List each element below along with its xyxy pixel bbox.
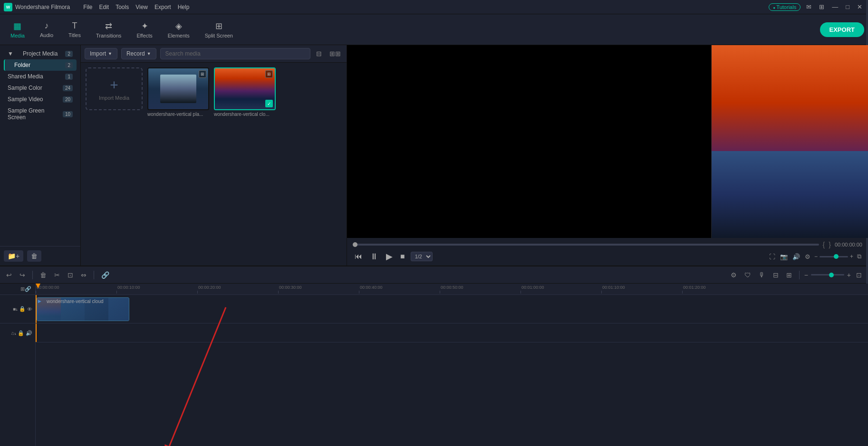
record-button[interactable]: Record ▼ <box>121 48 156 59</box>
record-label: Record <box>126 50 145 57</box>
media-panel: Import ▼ Record ▼ ⊟ ⊞⊞ + Import Media <box>81 45 347 266</box>
eye-video-button[interactable]: 👁 <box>27 306 32 312</box>
fullscreen-button[interactable]: ⛶ <box>768 252 776 261</box>
preview-right-buttons: ⛶ 📷 🔊 ⚙ − + ⧉ <box>768 252 862 261</box>
menu-help[interactable]: Help <box>178 4 190 10</box>
selected-check-icon: ✓ <box>265 100 273 107</box>
maximize-button[interactable]: □ <box>844 3 851 10</box>
toolbar-effects[interactable]: ✦ Effects <box>130 18 159 41</box>
toolbar-titles[interactable]: T Titles <box>62 18 87 41</box>
ruler-line-2 <box>197 291 198 294</box>
video-clip-1[interactable]: ▶ wondershare-vertical cloud <box>37 297 129 321</box>
playhead-line <box>36 295 37 323</box>
settings-icon[interactable]: ⊞ <box>817 3 826 10</box>
fit-timeline-button[interactable]: ⊡ <box>854 270 864 280</box>
menu-view[interactable]: View <box>135 4 148 10</box>
redo-button[interactable]: ↪ <box>17 270 28 280</box>
main-toolbar: ▦ Media ♪ Audio T Titles ⇄ Transitions ✦… <box>0 14 868 45</box>
elements-icon: ◈ <box>175 21 182 31</box>
pause-button[interactable]: ⏸ <box>368 251 380 263</box>
edit-split-button[interactable]: ⊞ <box>784 270 794 280</box>
silence-detect-button[interactable]: ⊟ <box>771 270 781 280</box>
ruler-label-6: 00:01:00:00 <box>521 285 544 290</box>
ripple-edit-button[interactable]: ⇔ <box>78 270 89 280</box>
timeline-toolbar-right: ⚙ 🛡 🎙 ⊟ ⊞ − + ⊡ <box>728 270 864 280</box>
stop-button[interactable]: ■ <box>398 251 407 262</box>
timeline-zoom-minus[interactable]: − <box>804 271 808 279</box>
menu-file[interactable]: File <box>83 4 92 10</box>
export-button[interactable]: EXPORT <box>820 22 864 37</box>
play-button[interactable]: ▶ <box>384 250 395 263</box>
delete-folder-button[interactable]: 🗑 <box>27 250 41 262</box>
prev-frame-button[interactable]: ⏮ <box>353 251 364 262</box>
ruler-mark-5: 00:00:50:00 <box>440 285 521 294</box>
add-track-button[interactable]: 🔗 <box>99 270 112 280</box>
toolbar-media[interactable]: ▦ Media <box>4 18 31 41</box>
pip-button[interactable]: ⧉ <box>856 252 862 261</box>
toolbar-audio[interactable]: ♪ Audio <box>33 18 60 41</box>
timeline-zoom-track[interactable] <box>811 274 844 275</box>
sidebar-item-sample-green-screen[interactable]: Sample Green Screen 10 <box>4 105 77 123</box>
minimize-button[interactable]: — <box>830 3 840 10</box>
page-select[interactable]: 1/2 <box>411 252 433 261</box>
audio-preview-button[interactable]: 🔊 <box>791 252 801 261</box>
record-voice-button[interactable]: 🎙 <box>756 270 768 280</box>
menu-edit[interactable]: Edit <box>99 4 109 10</box>
zoom-track[interactable] <box>820 256 848 257</box>
link-button[interactable]: 🔗 <box>25 286 31 292</box>
tutorials-button[interactable]: Tutorials <box>769 3 800 11</box>
sidebar-item-sample-video[interactable]: Sample Video 20 <box>4 94 77 105</box>
timeline-zoom-plus[interactable]: + <box>847 271 851 279</box>
audio-icon: ♪ <box>45 21 49 31</box>
scrubber-track[interactable] <box>353 244 819 246</box>
mute-audio-button[interactable]: 🔊 <box>26 330 32 336</box>
grid-view-button[interactable]: ⊞⊞ <box>328 49 343 58</box>
snapshot-button[interactable]: 📷 <box>779 252 789 261</box>
app-name: Wondershare Filmora <box>15 4 70 10</box>
sidebar-item-shared-media[interactable]: Shared Media 1 <box>4 71 77 82</box>
lock-audio-button[interactable]: 🔒 <box>18 330 24 336</box>
sample-video-badge: 20 <box>63 96 73 103</box>
ruler-label-8: 00:01:20:00 <box>682 285 706 290</box>
message-icon[interactable]: ✉ <box>804 3 813 10</box>
toolbar-elements[interactable]: ◈ Elements <box>161 18 196 41</box>
ruler-mark-0: 00:00:00:00 <box>36 285 116 294</box>
sidebar-item-folder[interactable]: Folder 2 <box>4 59 77 71</box>
import-chevron-icon: ▼ <box>108 51 112 56</box>
scrubber-handle[interactable] <box>353 242 357 247</box>
video-track-row: ▶ wondershare-vertical cloud <box>36 295 868 323</box>
media-thumb-1[interactable]: ⊞ wondershare-vertical pla... <box>147 67 209 117</box>
timeline-zoom-handle[interactable] <box>829 273 834 277</box>
import-button[interactable]: Import ▼ <box>85 48 117 59</box>
title-bar-right: Tutorials ✉ ⊞ — □ ✕ <box>769 3 864 11</box>
media-thumb-2[interactable]: ⊞ ✓ wondershare-vertical clo... <box>214 67 276 117</box>
ruler-mark-7: 00:01:10:00 <box>601 285 682 294</box>
delete-button[interactable]: 🗑 <box>38 270 49 280</box>
ruler-label-5: 00:00:50:00 <box>440 285 463 290</box>
color-match-button[interactable]: 🛡 <box>742 270 753 280</box>
filter-button[interactable]: ⊟ <box>314 49 324 58</box>
toolbar-transitions[interactable]: ⇄ Transitions <box>89 18 128 41</box>
menu-tools[interactable]: Tools <box>116 4 129 10</box>
sidebar-item-sample-color[interactable]: Sample Color 24 <box>4 82 77 94</box>
menu-export[interactable]: Export <box>154 4 171 10</box>
lock-video-button[interactable]: 🔒 <box>19 306 26 312</box>
toolbar-split-screen[interactable]: ⊞ Split Screen <box>198 18 240 41</box>
sidebar-item-project-media[interactable]: ▼ Project Media 2 <box>4 48 77 59</box>
zoom-handle[interactable] <box>834 254 839 259</box>
timeline-main[interactable]: 00:00:00:00 00:00:10:00 00:00:20:00 00:0… <box>36 284 868 446</box>
undo-button[interactable]: ↩ <box>4 270 14 280</box>
import-media-button[interactable]: + Import Media <box>86 67 143 110</box>
render-button[interactable]: ⚙ <box>728 270 739 280</box>
settings-preview-button[interactable]: ⚙ <box>804 252 811 261</box>
split-screen-icon: ⊞ <box>215 21 222 31</box>
audio-playhead-line <box>36 323 37 342</box>
new-folder-button[interactable]: 📁+ <box>4 250 23 262</box>
audio-track-label: ♫₁ <box>11 331 17 336</box>
track-options-button[interactable]: ⊞ <box>20 286 25 292</box>
close-button[interactable]: ✕ <box>855 3 864 10</box>
search-input[interactable] <box>160 48 310 59</box>
clip-video-icon: ▶ <box>38 299 41 304</box>
cut-button[interactable]: ✂ <box>52 270 62 280</box>
crop-button[interactable]: ⊡ <box>65 270 76 280</box>
